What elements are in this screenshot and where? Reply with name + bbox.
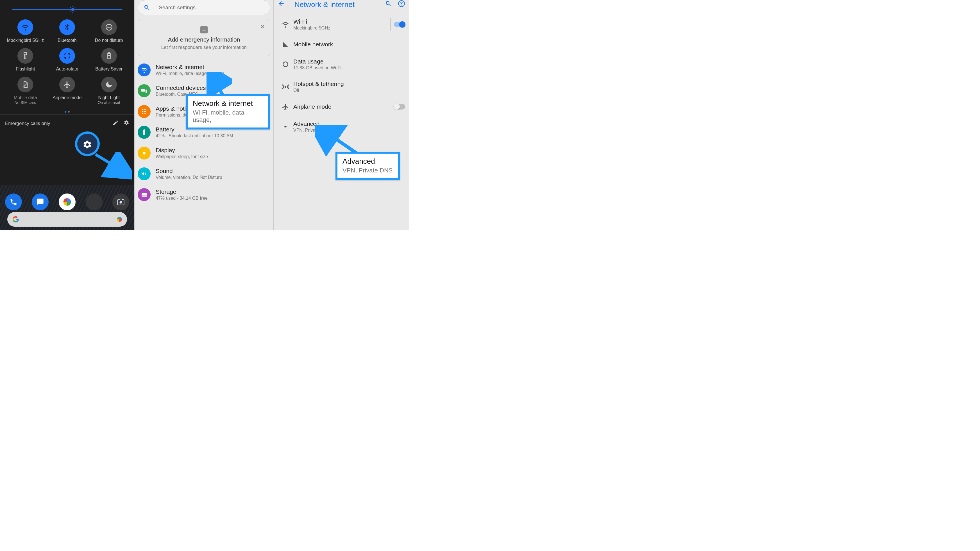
row-title: Data usage (293, 58, 405, 65)
emergency-subtitle: Let first responders see your informatio… (143, 44, 264, 50)
svg-point-25 (143, 111, 145, 112)
qs-tile-wifi[interactable]: Mockingbird 5GHz (5, 19, 46, 43)
row-title: Battery (156, 126, 233, 133)
google-search-pill[interactable] (7, 212, 127, 227)
search-placeholder: Search settings (159, 5, 196, 11)
page-header: Network & internet (274, 0, 409, 13)
help-icon[interactable] (398, 0, 405, 9)
emergency-card[interactable]: ✕ ＋ Add emergency information Let first … (138, 19, 270, 56)
toggle-off[interactable] (394, 104, 405, 110)
status-text: Emergency calls only (5, 121, 50, 126)
row-sub: 42% - Should last until about 10:30 AM (156, 133, 233, 138)
hotspot-icon (278, 83, 293, 91)
highlighted-gear-icon (83, 140, 92, 149)
phone-app-icon[interactable] (5, 194, 22, 210)
row-sub: 47% used - 34.14 GB free (156, 196, 208, 201)
edit-icon[interactable] (112, 120, 119, 127)
svg-point-22 (143, 109, 145, 110)
svg-rect-20 (146, 90, 147, 93)
qs-tile-battery[interactable]: Battery Saver (88, 48, 130, 71)
pager-dots (0, 107, 134, 114)
emergency-title: Add emergency information (143, 36, 264, 43)
tile-label: Night Light (88, 95, 130, 100)
row-title: Network & internet (156, 64, 224, 70)
row-title: Display (156, 147, 208, 154)
assistant-icon[interactable] (117, 217, 122, 222)
svg-line-7 (70, 11, 70, 12)
row-sub: Permissions, default apps (156, 113, 207, 118)
sound-icon (138, 167, 151, 180)
toggle-on[interactable] (394, 22, 405, 27)
extra-app-icon[interactable] (86, 194, 103, 210)
ni-row-wi-fi[interactable]: Wi-Fi Mockingbird 5GHz (274, 13, 409, 36)
google-logo-icon (12, 216, 19, 223)
svg-rect-11 (24, 52, 27, 54)
setting-row-connected-devices[interactable]: Connected devices Bluetooth, Cast, NFC (135, 80, 273, 101)
wifi-icon (138, 64, 151, 76)
qs-tile-flashlight[interactable]: Flashlight (5, 48, 46, 71)
row-sub: Wallpaper, sleep, font size (156, 154, 208, 159)
svg-point-28 (143, 113, 145, 114)
messages-app-icon[interactable] (32, 194, 49, 210)
qs-tile-sim[interactable]: Mobile data No SIM card (5, 77, 46, 105)
svg-line-5 (70, 7, 70, 7)
bluetooth-icon (59, 19, 75, 35)
ni-row-mobile-network[interactable]: Mobile network (274, 36, 409, 53)
setting-row-network-internet[interactable]: Network & internet Wi-Fi, mobile, data u… (135, 60, 273, 80)
apps-icon (138, 105, 151, 118)
devices-icon (138, 84, 151, 97)
storage-icon (138, 188, 151, 201)
settings-list: Network & internet Wi-Fi, mobile, data u… (135, 60, 273, 205)
quick-settings-panel: Mockingbird 5GHz Bluetooth Do not distur… (0, 0, 134, 230)
quick-toggle-grid: Mockingbird 5GHz Bluetooth Do not distur… (0, 13, 134, 107)
close-icon[interactable]: ✕ (260, 23, 265, 30)
ni-row-airplane-mode[interactable]: Airplane mode (274, 98, 409, 116)
svg-point-17 (120, 201, 122, 203)
battery-icon (101, 48, 117, 64)
ni-row-advanced[interactable]: Advanced VPN, Private DNS (274, 116, 409, 138)
setting-row-sound[interactable]: Sound Volume, vibration, Do Not Disturb (135, 164, 273, 184)
ni-row-hotspot-tethering[interactable]: Hotspot & tethering Off (274, 76, 409, 98)
search-settings-input[interactable]: Search settings (138, 0, 270, 15)
row-sub: Volume, vibration, Do Not Disturb (156, 175, 222, 180)
airplane-icon (59, 77, 75, 92)
setting-row-battery[interactable]: Battery 42% - Should last until about 10… (135, 122, 273, 143)
brightness-thumb-icon[interactable] (69, 6, 77, 13)
back-icon[interactable] (278, 0, 285, 9)
qs-tile-airplane[interactable]: Airplane mode (46, 77, 88, 105)
brightness-slider[interactable] (0, 0, 134, 13)
row-title: Apps & notifications (156, 105, 207, 112)
row-sub: 11.88 GB used on Wi-Fi (293, 65, 405, 70)
setting-row-display[interactable]: Display Wallpaper, sleep, font size (135, 143, 273, 164)
setting-row-apps-notifications[interactable]: Apps & notifications Permissions, defaul… (135, 101, 273, 122)
row-sub: Bluetooth, Cast, NFC (156, 92, 206, 97)
datacircle-icon (278, 61, 293, 68)
tile-label: Mockingbird 5GHz (5, 38, 46, 43)
svg-rect-31 (143, 129, 145, 130)
wifi-solid-icon (278, 21, 293, 28)
tile-label: Do not disturb (88, 38, 130, 43)
settings-gear-icon[interactable] (124, 120, 129, 127)
qs-tile-moon[interactable]: Night Light On at sunset (88, 77, 130, 105)
settings-panel: Search settings ✕ ＋ Add emergency inform… (134, 0, 274, 230)
svg-point-32 (143, 152, 146, 154)
row-sub: Mockingbird 5GHz (293, 25, 387, 30)
battery-v-icon (138, 126, 151, 139)
search-icon[interactable] (385, 0, 392, 9)
svg-point-21 (142, 109, 143, 110)
display-icon (138, 147, 151, 159)
setting-row-storage[interactable]: Storage 47% used - 34.14 GB free (135, 184, 273, 205)
ni-row-data-usage[interactable]: Data usage 11.88 GB used on Wi-Fi (274, 53, 409, 76)
row-sub: Off (293, 88, 405, 93)
camera-app-icon[interactable] (112, 194, 129, 210)
svg-rect-39 (142, 195, 147, 197)
svg-point-27 (142, 113, 143, 114)
qs-tile-bluetooth[interactable]: Bluetooth (46, 19, 88, 43)
wifi-icon (18, 19, 33, 35)
svg-line-18 (95, 154, 124, 171)
photos-app-icon[interactable] (59, 194, 76, 210)
qs-tile-autorotate[interactable]: Auto-rotate (46, 48, 88, 71)
sim-icon (18, 77, 33, 92)
annotation-arrow-icon (93, 152, 132, 180)
qs-tile-dnd[interactable]: Do not disturb (88, 19, 130, 43)
